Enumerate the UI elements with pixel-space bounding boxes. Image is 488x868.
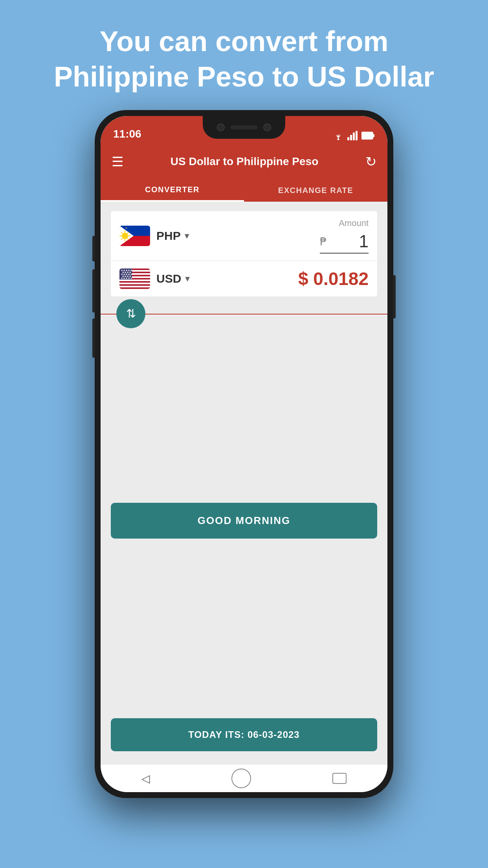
php-currency-info: PHP ▼ (156, 229, 191, 243)
amount-value[interactable]: 1 (329, 232, 369, 251)
svg-rect-12 (125, 230, 125, 233)
tab-bar: CONVERTER EXCHANGE RATE (101, 179, 387, 202)
svg-rect-14 (128, 235, 130, 236)
phone-screen: 11:06 (101, 116, 387, 792)
status-time: 11:06 (113, 128, 141, 140)
hamburger-icon[interactable]: ☰ (112, 155, 123, 168)
svg-rect-26 (119, 283, 150, 284)
svg-rect-4 (356, 131, 358, 140)
power-button (393, 275, 396, 318)
app-bar-title: US Dollar to Philippine Peso (130, 155, 359, 168)
usd-flag: ★★★★★ ★★★★ ★★★★★ ★★★★ ★★★★★ (119, 268, 150, 289)
svg-rect-25 (119, 280, 150, 281)
php-code: PHP (156, 229, 181, 243)
svg-point-0 (338, 138, 339, 140)
to-currency-card: ★★★★★ ★★★★ ★★★★★ ★★★★ ★★★★★ USD ▼ (111, 261, 377, 296)
spacer-2 (111, 546, 377, 718)
svg-rect-16 (125, 239, 125, 241)
usd-currency-info: USD ▼ (156, 272, 191, 285)
camera-dot-2 (263, 123, 271, 131)
page-title: You can convert from Philippine Peso to … (0, 0, 488, 110)
result-amount: $ 0.0182 (298, 268, 369, 289)
amount-input-row[interactable]: ₱ 1 (320, 232, 369, 254)
date-button[interactable]: TODAY ITS: 06-03-2023 (111, 718, 377, 751)
spacer (111, 331, 377, 503)
svg-rect-1 (347, 137, 349, 140)
usd-dropdown-arrow[interactable]: ▼ (183, 274, 191, 283)
greeting-button[interactable]: GOOD MORNING (111, 503, 377, 539)
tab-exchange-rate[interactable]: EXCHANGE RATE (244, 179, 387, 202)
usd-code: USD (156, 272, 181, 285)
app-bar: ☰ US Dollar to Philippine Peso ↻ (101, 144, 387, 179)
refresh-icon[interactable]: ↻ (365, 154, 376, 169)
volume-up-button (92, 236, 95, 261)
status-icons (332, 131, 375, 140)
nav-home[interactable] (231, 769, 251, 788)
silent-button (92, 318, 95, 358)
svg-rect-2 (350, 135, 352, 140)
speaker-bar (230, 125, 258, 129)
nav-back[interactable]: ◁ (141, 772, 150, 785)
nav-recents[interactable] (332, 773, 347, 784)
svg-text:★: ★ (130, 277, 132, 280)
swap-button[interactable]: ⇅ (116, 299, 145, 328)
status-bar: 11:06 (101, 116, 387, 144)
phone-device: 11:06 (95, 110, 393, 798)
svg-rect-6 (373, 134, 374, 137)
peso-symbol: ₱ (320, 235, 327, 248)
amount-section: Amount ₱ 1 (320, 218, 369, 254)
result-section: $ 0.0182 (298, 268, 369, 289)
page-background: You can convert from Philippine Peso to … (0, 0, 488, 868)
swap-arrows: ⇅ (126, 308, 136, 320)
battery-icon (361, 131, 375, 140)
wifi-icon (332, 131, 344, 140)
bottom-nav: ◁ (101, 765, 387, 792)
amount-label: Amount (339, 218, 369, 228)
from-currency-card: PHP ▼ Amount ₱ 1 (111, 211, 377, 261)
php-dropdown-arrow[interactable]: ▼ (183, 232, 191, 241)
svg-rect-18 (119, 235, 122, 236)
svg-rect-27 (119, 286, 150, 287)
signal-icon (347, 131, 358, 140)
php-flag (119, 226, 150, 246)
svg-rect-3 (353, 132, 355, 140)
camera-dot (217, 123, 225, 131)
main-content: PHP ▼ Amount ₱ 1 (101, 202, 387, 765)
notch (203, 116, 285, 139)
volume-down-button (92, 269, 95, 313)
tab-converter[interactable]: CONVERTER (101, 179, 244, 202)
svg-point-11 (122, 233, 128, 239)
svg-rect-5 (361, 132, 373, 139)
swap-section: ⇅ (101, 296, 387, 331)
